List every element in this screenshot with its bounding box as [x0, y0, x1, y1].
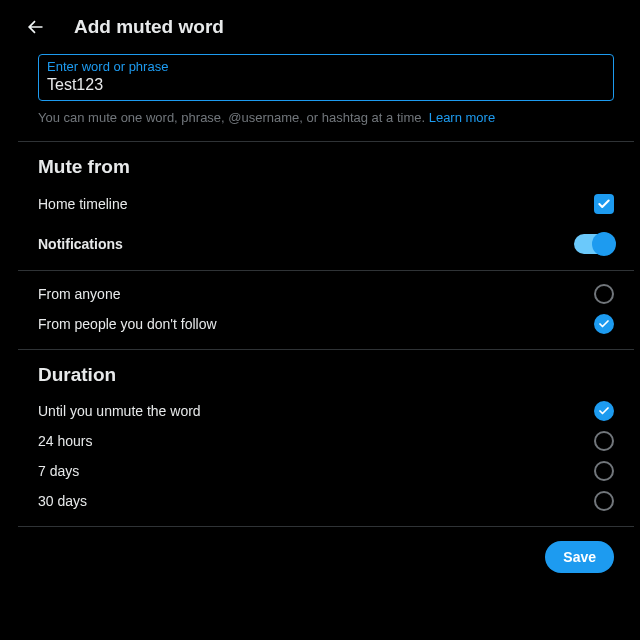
save-button[interactable]: Save: [545, 541, 614, 573]
row-label: Home timeline: [38, 196, 127, 212]
helper-text: You can mute one word, phrase, @username…: [38, 109, 614, 127]
arrow-left-icon: [25, 17, 45, 37]
row-scope-anyone[interactable]: From anyone: [18, 279, 634, 309]
row-label: 24 hours: [38, 433, 92, 449]
section-title-duration: Duration: [18, 350, 634, 392]
row-label: From anyone: [38, 286, 120, 302]
row-label: 30 days: [38, 493, 87, 509]
check-icon: [598, 405, 610, 417]
radio-from-not-following[interactable]: [594, 314, 614, 334]
check-icon: [598, 318, 610, 330]
radio-from-anyone[interactable]: [594, 284, 614, 304]
input-label: Enter word or phrase: [47, 59, 605, 74]
learn-more-link[interactable]: Learn more: [429, 110, 495, 125]
row-duration-forever[interactable]: Until you unmute the word: [18, 396, 634, 426]
toggle-knob: [592, 232, 616, 256]
checkbox-home-timeline[interactable]: [594, 194, 614, 214]
back-button[interactable]: [18, 10, 52, 44]
mute-word-field[interactable]: Enter word or phrase: [38, 54, 614, 101]
row-duration-24h[interactable]: 24 hours: [18, 426, 634, 456]
radio-duration-forever[interactable]: [594, 401, 614, 421]
radio-duration-7d[interactable]: [594, 461, 614, 481]
row-duration-7d[interactable]: 7 days: [18, 456, 634, 486]
footer: Save: [18, 527, 634, 573]
row-label: Notifications: [38, 236, 123, 252]
helper-text-content: You can mute one word, phrase, @username…: [38, 110, 429, 125]
mute-word-input[interactable]: [47, 74, 605, 94]
page-title: Add muted word: [74, 16, 224, 38]
row-label: 7 days: [38, 463, 79, 479]
settings-panel: Add muted word Enter word or phrase You …: [18, 0, 634, 573]
row-notifications[interactable]: Notifications: [18, 230, 634, 260]
row-scope-not-following[interactable]: From people you don't follow: [18, 309, 634, 339]
row-label: Until you unmute the word: [38, 403, 201, 419]
section-title-mute-from: Mute from: [18, 142, 634, 184]
row-duration-30d[interactable]: 30 days: [18, 486, 634, 516]
row-label: From people you don't follow: [38, 316, 217, 332]
toggle-notifications[interactable]: [574, 234, 614, 254]
row-home-timeline[interactable]: Home timeline: [18, 184, 634, 224]
radio-duration-30d[interactable]: [594, 491, 614, 511]
header: Add muted word: [18, 8, 634, 46]
radio-duration-24h[interactable]: [594, 431, 614, 451]
check-icon: [597, 197, 611, 211]
